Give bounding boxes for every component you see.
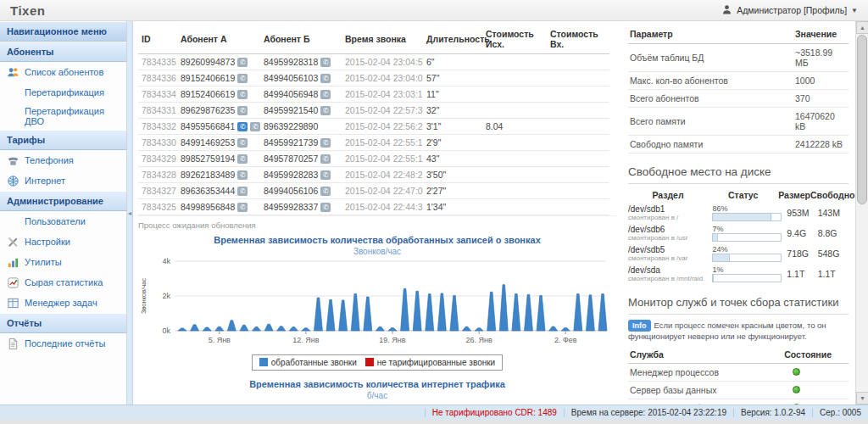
phone-action-icon[interactable]: ✆ — [320, 74, 331, 83]
table-row[interactable]: 783432989852759194✆84957870257✆2015-02-0… — [138, 151, 609, 167]
table-row[interactable]: 783433489152406619✆84994056948✆2015-02-0… — [138, 86, 609, 103]
svg-text:2. Фев: 2. Фев — [554, 336, 577, 344]
chart-spike — [450, 296, 459, 331]
phone-action-icon[interactable]: ✆ — [237, 138, 248, 148]
phone-action-icon[interactable]: ✆ — [250, 122, 260, 131]
vertical-scrollbar[interactable]: ▲ ▼ — [855, 21, 868, 404]
sidebar-item[interactable]: Перетарификация — [0, 82, 126, 103]
call-cost-in — [547, 199, 609, 215]
disk-free: 548G — [818, 248, 849, 259]
call-id: 7834335 — [138, 54, 177, 70]
call-id: 7834336 — [138, 70, 177, 86]
phone-action-icon[interactable]: ✆ — [237, 122, 248, 131]
param-name: Всего памяти — [628, 108, 793, 136]
sidebar-item-label: Телефония — [25, 155, 74, 165]
param-name: Макс. кол-во абонентов — [628, 72, 793, 90]
sidebar-item[interactable]: Пользователи — [0, 211, 126, 232]
calls-table-header: IDАбонент ААбонент БВремя звонкаДлительн… — [138, 25, 609, 54]
services-col-name: Служба — [630, 349, 664, 360]
phone-action-icon[interactable]: ✆ — [237, 58, 248, 67]
call-time: 2015-02-04 22:55:11 — [342, 151, 423, 167]
scrollbar-thumb[interactable] — [857, 35, 867, 204]
top-header: Tixen Администратор [Профиль] ▼ — [0, 0, 868, 21]
chart1-subtitle: Звонков/час — [138, 247, 616, 256]
disk-col-partition: Раздел — [628, 190, 708, 200]
chart-spike — [437, 293, 446, 331]
scroll-up-icon[interactable]: ▲ — [856, 21, 868, 34]
param-value: 370 — [793, 90, 849, 108]
sidebar-section-header[interactable]: Отчёты — [0, 313, 126, 333]
sidebar-item[interactable]: Сырая статистика — [0, 272, 126, 293]
scroll-down-icon[interactable]: ▼ — [856, 392, 868, 404]
chart1-title: Временная зависимость количества обработ… — [138, 235, 616, 245]
sidebar-item[interactable]: Интернет — [0, 170, 126, 191]
table-row[interactable]: 783433284959566841✆✆896392298902015-02-0… — [138, 119, 609, 135]
phone-action-icon[interactable]: ✆ — [237, 90, 248, 99]
phone-action-icon[interactable]: ✆ — [237, 203, 248, 212]
sidebar-item[interactable]: Настройки — [0, 232, 126, 252]
sidebar-item[interactable]: Перетарификация ДВО — [0, 103, 126, 130]
users-icon — [6, 65, 19, 79]
phone-action-icon[interactable]: ✆ — [237, 106, 248, 115]
calls-column-header[interactable]: Абонент Б — [260, 25, 342, 54]
table-row[interactable]: 783432584998956848✆84959928337✆2015-02-0… — [138, 199, 609, 215]
phone-number: 84959566841 — [181, 121, 235, 131]
sidebar-item[interactable]: Список абонентов — [0, 62, 126, 82]
phone-action-icon[interactable]: ✆ — [237, 154, 248, 164]
table-row[interactable]: 783433689152406619✆84994056103✆2015-02-0… — [138, 70, 609, 86]
legend-item[interactable]: не тарифицированные звонки — [365, 358, 495, 367]
table-row[interactable]: 783433189629876235✆84959921540✆2015-02-0… — [138, 103, 609, 119]
table-row[interactable]: 783433084991469253✆84959921739✆2015-02-0… — [138, 135, 609, 151]
phone-action-icon[interactable]: ✆ — [237, 74, 248, 83]
chart-spike — [426, 294, 434, 331]
calls-column-header[interactable]: Стоимость Вх. — [547, 25, 609, 54]
chart-spike — [586, 295, 594, 331]
sidebar-section-header[interactable]: Администрирование — [0, 191, 126, 211]
calls-column-header[interactable]: Абонент А — [177, 25, 260, 54]
disk-free: 143M — [818, 208, 849, 218]
disk-status: 1% — [712, 265, 787, 282]
sidebar-section-header[interactable]: Тарифы — [0, 130, 126, 150]
sidebar-splitter[interactable]: ◄ — [127, 21, 133, 404]
phone-action-icon[interactable]: ✆ — [320, 106, 331, 115]
calls-column-header[interactable]: Время звонка — [342, 25, 423, 54]
call-cost-in — [547, 86, 609, 103]
phone-action-icon[interactable]: ✆ — [320, 58, 331, 67]
call-duration: 3'1" — [423, 119, 482, 135]
table-row[interactable]: 783432889262183489✆84959928283✆2015-02-0… — [138, 167, 609, 183]
phone-action-icon[interactable]: ✆ — [320, 154, 331, 164]
phone-action-icon[interactable]: ✆ — [320, 203, 331, 212]
svg-text:26. Янв: 26. Янв — [465, 336, 492, 344]
calls-column-header[interactable]: Длительность — [423, 25, 482, 54]
sidebar-section-header[interactable]: Абоненты — [0, 42, 126, 62]
sidebar-item[interactable]: Утилиты — [0, 252, 126, 272]
sidebar-item[interactable]: Менеджер задач — [0, 293, 126, 313]
legend-item[interactable]: обработанные звонки — [259, 358, 357, 367]
sidebar-item[interactable]: Последние отчёты — [0, 333, 126, 354]
disk-size: 718G — [787, 248, 817, 259]
table-row[interactable]: 783432789636353444✆84994056106✆2015-02-0… — [138, 183, 609, 199]
chart1-legend: обработанные звонкине тарифицированные з… — [252, 354, 503, 371]
phone-action-icon[interactable]: ✆ — [320, 187, 331, 196]
params-table: Параметр Значение Объём таблиц БД~3518.9… — [628, 25, 849, 153]
phone-action-icon[interactable]: ✆ — [320, 90, 331, 99]
profile-menu[interactable]: Администратор [Профиль] ▼ — [721, 4, 858, 17]
phone-action-icon[interactable]: ✆ — [237, 170, 248, 180]
app-window: Tixen Администратор [Профиль] ▼ Навигаци… — [0, 0, 868, 424]
table-row[interactable]: 783433589260994873✆84959928318✆2015-02-0… — [138, 54, 609, 70]
phone-action-icon[interactable]: ✆ — [237, 187, 248, 196]
phone-number: 84959928318 — [264, 57, 318, 67]
no-icon — [6, 215, 19, 228]
call-cost-in — [547, 167, 609, 183]
phone-action-icon[interactable]: ✆ — [320, 170, 331, 180]
sidebar-item[interactable]: Телефония — [0, 150, 126, 170]
disk-status: 7% — [712, 225, 787, 242]
calls-column-header[interactable]: ID — [138, 25, 177, 54]
chart-spike — [351, 294, 359, 331]
calls-column-header[interactable]: Стоимость Исх. — [482, 25, 547, 54]
status-ok-icon — [793, 368, 800, 376]
monitor-info-text: Если процесс помечен красным цветом, то … — [628, 321, 826, 341]
chart-spike — [314, 298, 322, 331]
disk-usage-bar — [712, 254, 782, 262]
phone-action-icon[interactable]: ✆ — [320, 138, 331, 148]
